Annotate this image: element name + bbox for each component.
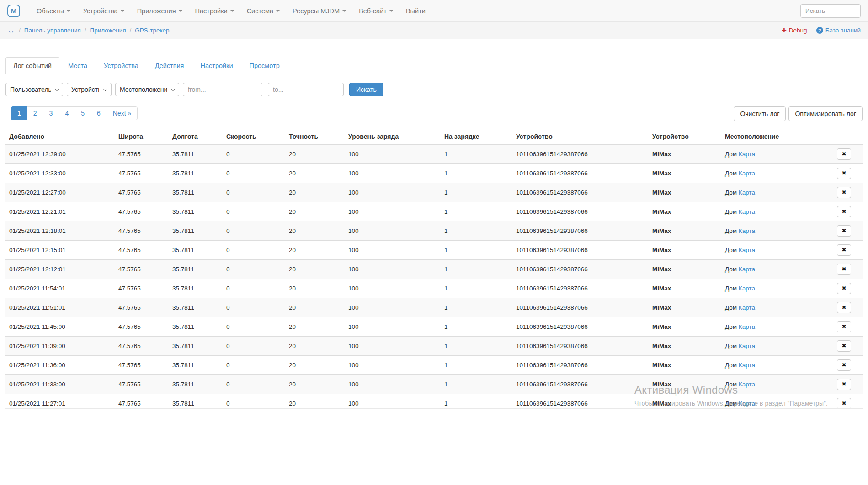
delete-row-button[interactable]: ✖	[837, 398, 851, 409]
cell: 20	[285, 183, 345, 202]
nav-item-label: Устройства	[83, 7, 118, 15]
page-link[interactable]: 2	[27, 106, 43, 120]
breadcrumb-link-dashboard[interactable]: Панель управления	[24, 27, 81, 34]
search-input[interactable]	[800, 4, 861, 18]
table-row: 01/25/2021 12:27:0047.576535.78110201001…	[5, 183, 863, 202]
device-filter-select[interactable]: Устройство	[67, 83, 112, 96]
delete-row-button[interactable]: ✖	[837, 340, 851, 352]
map-link[interactable]: Карта	[739, 247, 755, 253]
breadcrumb-current[interactable]: GPS-трекер	[135, 27, 169, 34]
nav-item-4[interactable]: Система	[240, 1, 286, 21]
device-name-cell: MiMax	[649, 337, 721, 356]
map-link[interactable]: Карта	[739, 266, 755, 273]
tab-0[interactable]: Лог событий	[5, 57, 59, 74]
delete-row-button[interactable]: ✖	[837, 359, 851, 371]
location-filter-select[interactable]: Местоположение	[115, 83, 179, 96]
tab-4[interactable]: Настройки	[192, 57, 240, 74]
map-link[interactable]: Карта	[739, 170, 755, 177]
delete-cell: ✖	[825, 164, 863, 183]
map-link[interactable]: Карта	[739, 362, 755, 369]
page-link[interactable]: 3	[43, 106, 59, 120]
search-button[interactable]: Искать	[349, 83, 383, 96]
map-link[interactable]: Карта	[739, 400, 755, 407]
cell: 01/25/2021 11:54:01	[5, 279, 115, 298]
delete-row-button[interactable]: ✖	[837, 321, 851, 332]
map-link[interactable]: Карта	[739, 189, 755, 196]
delete-row-button[interactable]: ✖	[837, 225, 851, 237]
page-link[interactable]: 4	[59, 106, 75, 120]
user-filter-select[interactable]: Пользователь	[5, 83, 63, 96]
chevron-down-icon	[276, 10, 280, 12]
cell: 35.7811	[169, 394, 223, 409]
page-current[interactable]: 1	[11, 106, 27, 120]
map-link[interactable]: Карта	[739, 323, 755, 330]
nav-item-2[interactable]: Приложения	[131, 1, 189, 21]
date-from-input[interactable]	[183, 83, 262, 96]
delete-row-button[interactable]: ✖	[837, 148, 851, 160]
cell: 20	[285, 317, 345, 337]
delete-cell: ✖	[825, 221, 863, 241]
delete-row-button[interactable]: ✖	[837, 168, 851, 179]
map-link[interactable]: Карта	[739, 343, 755, 349]
cell: 0	[223, 298, 285, 317]
home-icon[interactable]: ↔	[7, 26, 15, 34]
delete-row-button[interactable]: ✖	[837, 302, 851, 313]
delete-row-button[interactable]: ✖	[837, 264, 851, 275]
knowledge-base-link[interactable]: ? База знаний	[816, 27, 861, 34]
map-link[interactable]: Карта	[739, 304, 755, 311]
map-link[interactable]: Карта	[739, 381, 755, 388]
device-name-cell: MiMax	[649, 279, 721, 298]
delete-cell: ✖	[825, 279, 863, 298]
map-link[interactable]: Карта	[739, 208, 755, 215]
cell: 35.7811	[169, 317, 223, 337]
delete-row-button[interactable]: ✖	[837, 283, 851, 294]
cell: 101106396151429387066	[512, 279, 649, 298]
tab-3[interactable]: Действия	[147, 57, 192, 74]
map-link[interactable]: Карта	[739, 151, 755, 158]
page-link[interactable]: 5	[75, 106, 91, 120]
nav-item-5[interactable]: Ресурсы MJDM	[286, 1, 352, 21]
clear-log-button[interactable]: Очистить лог	[734, 106, 786, 121]
column-header-4: Точность	[285, 129, 345, 144]
cell: 35.7811	[169, 164, 223, 183]
nav-item-1[interactable]: Устройства	[77, 1, 131, 21]
delete-row-button[interactable]: ✖	[837, 187, 851, 198]
location-name: Дом	[725, 208, 737, 215]
date-to-input[interactable]	[268, 83, 344, 96]
cell: 0	[223, 356, 285, 375]
nav-item-6[interactable]: Веб-сайт	[352, 1, 399, 21]
delete-row-button[interactable]: ✖	[837, 244, 851, 256]
table-row: 01/25/2021 11:51:0147.576535.78110201001…	[5, 298, 863, 317]
nav-item-label: Настройки	[195, 7, 228, 15]
delete-row-button[interactable]: ✖	[837, 379, 851, 390]
chevron-down-icon	[179, 10, 182, 12]
tab-2[interactable]: Устройства	[96, 57, 146, 74]
cell: 0	[223, 183, 285, 202]
tab-1[interactable]: Места	[60, 57, 95, 74]
tab-5[interactable]: Просмотр	[242, 57, 288, 74]
device-name-cell: MiMax	[649, 298, 721, 317]
delete-cell: ✖	[825, 241, 863, 260]
page-link[interactable]: 6	[91, 106, 107, 120]
nav-item-0[interactable]: Объекты	[30, 1, 77, 21]
delete-row-button[interactable]: ✖	[837, 206, 851, 217]
table-row: 01/25/2021 11:27:0147.576535.78110201001…	[5, 394, 863, 409]
device-name-cell: MiMax	[649, 221, 721, 241]
cell: 01/25/2021 11:51:01	[5, 298, 115, 317]
cell: 20	[285, 164, 345, 183]
map-link[interactable]: Карта	[739, 227, 755, 234]
page-link[interactable]: Next »	[107, 106, 138, 120]
map-link[interactable]: Карта	[739, 285, 755, 292]
breadcrumb-link-apps[interactable]: Приложения	[90, 27, 126, 34]
debug-link[interactable]: ✚ Debug	[782, 27, 807, 34]
optimize-log-button[interactable]: Оптимизировать лог	[788, 106, 863, 121]
cell: 1	[441, 375, 512, 394]
device-name-cell: MiMax	[649, 394, 721, 409]
cell: 01/25/2021 12:12:01	[5, 260, 115, 279]
app-logo-icon[interactable]: M	[7, 5, 20, 17]
nav-item-3[interactable]: Настройки	[189, 1, 240, 21]
nav-item-7[interactable]: Выйти	[399, 1, 432, 21]
location-name: Дом	[725, 343, 737, 349]
location-name: Дом	[725, 381, 737, 388]
breadcrumb-actions: ✚ Debug ? База знаний	[782, 27, 861, 34]
